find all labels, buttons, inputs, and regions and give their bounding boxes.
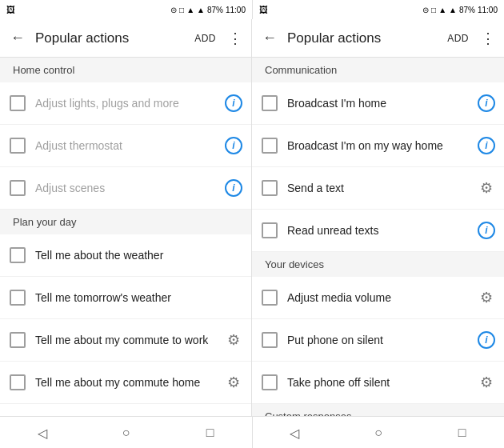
- list-item-adjust-lights[interactable]: Adjust lights, plugs and more i: [0, 82, 251, 125]
- gear-icon-commute-home[interactable]: ⚙: [222, 371, 245, 394]
- list-item-weather[interactable]: Tell me about the weather: [0, 234, 251, 277]
- checkbox-media-volume[interactable]: [262, 290, 278, 306]
- gear-icon-commute-work[interactable]: ⚙: [222, 329, 245, 351]
- info-icon-phone-silent[interactable]: i: [475, 329, 498, 351]
- checkbox-phone-off-silent[interactable]: [262, 374, 278, 390]
- right-bottom-nav: ◁ ○ □: [252, 417, 504, 448]
- checkbox-broadcast-on-way[interactable]: [262, 138, 278, 154]
- right-wifi-icon: ▲: [438, 6, 446, 14]
- item-text-commute-work: Tell me about my commute to work: [35, 333, 222, 347]
- checkbox-broadcast-home[interactable]: [262, 95, 278, 111]
- signal-icon: ▲: [197, 6, 205, 14]
- list-item-commute-home[interactable]: Tell me about my commute home ⚙: [0, 362, 251, 404]
- right-panel: ← Popular actions ADD ⋮ Communication Br…: [252, 19, 504, 416]
- left-status-bar: 🖼 ⊝ □ ▲ ▲ 87% 11:00: [0, 0, 252, 19]
- item-text-tomorrow-weather: Tell me tomorrow's weather: [35, 290, 222, 305]
- section-header-your-devices: Your devices: [252, 252, 504, 277]
- right-add-button[interactable]: ADD: [441, 33, 475, 44]
- left-panel-title: Popular actions: [32, 30, 188, 46]
- item-text-commute-home: Tell me about my commute home: [35, 375, 222, 390]
- checkbox-send-text[interactable]: [262, 180, 278, 196]
- silent-icon: ⊝: [170, 6, 177, 14]
- list-item-broadcast-on-way[interactable]: Broadcast I'm on my way home i: [252, 125, 504, 167]
- info-icon-broadcast-on-way[interactable]: i: [475, 134, 498, 157]
- checkbox-adjust-scenes[interactable]: [10, 180, 26, 196]
- checkbox-weather[interactable]: [10, 247, 26, 263]
- right-more-button[interactable]: ⋮: [475, 26, 501, 51]
- list-item-reminders[interactable]: Tell me today's reminders: [0, 404, 251, 416]
- right-panel-title: Popular actions: [284, 30, 441, 46]
- left-add-button[interactable]: ADD: [188, 33, 222, 44]
- info-icon-scenes[interactable]: i: [222, 177, 245, 199]
- right-time: 11:00: [478, 6, 498, 14]
- list-item-media-volume[interactable]: Adjust media volume ⚙: [252, 277, 504, 319]
- battery-text: 87%: [207, 6, 223, 14]
- section-header-custom-responses: Custom responses: [252, 404, 504, 416]
- checkbox-tomorrow-weather[interactable]: [10, 290, 26, 306]
- checkbox-read-texts[interactable]: [262, 222, 278, 238]
- spacer-weather: [222, 244, 245, 266]
- item-text-adjust-thermostat: Adjust thermostat: [35, 138, 222, 153]
- left-home-nav-button[interactable]: ○: [110, 417, 142, 448]
- item-text-read-texts: Read unread texts: [287, 223, 475, 238]
- checkbox-phone-silent[interactable]: [262, 332, 278, 348]
- list-item-send-text[interactable]: Send a text ⚙: [252, 167, 504, 210]
- list-item-adjust-scenes[interactable]: Adjust scenes i: [0, 167, 251, 210]
- right-status-bar: 🖼 ⊝ □ ▲ ▲ 87% 11:00: [252, 0, 504, 19]
- right-silent-icon: ⊝: [422, 6, 429, 14]
- checkbox-commute-work[interactable]: [10, 332, 26, 348]
- item-text-broadcast-home: Broadcast I'm home: [287, 96, 475, 110]
- right-signal-icon: ▲: [449, 6, 457, 14]
- item-text-weather: Tell me about the weather: [35, 248, 222, 262]
- list-item-adjust-thermostat[interactable]: Adjust thermostat i: [0, 125, 251, 167]
- checkbox-adjust-thermostat[interactable]: [10, 138, 26, 154]
- left-toolbar: ← Popular actions ADD ⋮: [0, 19, 251, 58]
- right-scroll-area: Communication Broadcast I'm home i Broad…: [252, 58, 504, 416]
- section-header-plan-day: Plan your day: [0, 210, 251, 234]
- item-text-phone-silent: Put phone on silent: [287, 333, 475, 347]
- left-recent-nav-button[interactable]: □: [194, 417, 226, 448]
- info-icon-broadcast-home[interactable]: i: [475, 92, 498, 114]
- right-toolbar: ← Popular actions ADD ⋮: [252, 19, 504, 58]
- right-recent-nav-button[interactable]: □: [446, 417, 478, 448]
- list-item-phone-off-silent[interactable]: Take phone off silent ⚙: [252, 362, 504, 404]
- list-item-read-texts[interactable]: Read unread texts i: [252, 210, 504, 252]
- spacer-tomorrow-weather: [222, 286, 245, 309]
- section-header-home-control: Home control: [0, 58, 251, 82]
- bottom-navs: ◁ ○ □ ◁ ○ □: [0, 416, 504, 448]
- left-time: 11:00: [226, 6, 246, 14]
- right-status-icons: ⊝ □ ▲ ▲ 87% 11:00: [422, 6, 498, 14]
- wifi-icon: ▲: [186, 6, 194, 14]
- status-bars: 🖼 ⊝ □ ▲ ▲ 87% 11:00 🖼 ⊝ □ ▲ ▲ 87% 11:00: [0, 0, 504, 19]
- left-notification-icon: 🖼: [6, 5, 15, 14]
- left-panel: ← Popular actions ADD ⋮ Home control Adj…: [0, 19, 252, 416]
- list-item-broadcast-home[interactable]: Broadcast I'm home i: [252, 82, 504, 125]
- left-more-button[interactable]: ⋮: [222, 26, 248, 51]
- info-icon-thermostat[interactable]: i: [222, 134, 245, 157]
- gear-icon-send-text[interactable]: ⚙: [475, 177, 498, 199]
- gear-icon-phone-off-silent[interactable]: ⚙: [475, 371, 498, 394]
- item-text-adjust-scenes: Adjust scenes: [35, 181, 222, 195]
- info-icon-adjust-lights[interactable]: i: [222, 92, 245, 114]
- item-text-phone-off-silent: Take phone off silent: [287, 375, 475, 390]
- section-header-communication: Communication: [252, 58, 504, 82]
- left-back-button[interactable]: ←: [3, 24, 32, 53]
- item-text-broadcast-on-way: Broadcast I'm on my way home: [287, 138, 475, 153]
- left-back-nav-button[interactable]: ◁: [26, 417, 58, 448]
- checkbox-commute-home[interactable]: [10, 374, 26, 390]
- left-scroll-area: Home control Adjust lights, plugs and mo…: [0, 58, 251, 416]
- left-bottom-nav: ◁ ○ □: [0, 417, 252, 448]
- left-status-icons: ⊝ □ ▲ ▲ 87% 11:00: [170, 6, 246, 14]
- right-back-nav-button[interactable]: ◁: [278, 417, 310, 448]
- checkbox-adjust-lights[interactable]: [10, 95, 26, 111]
- info-icon-read-texts[interactable]: i: [475, 219, 498, 242]
- right-notification-icon: 🖼: [259, 5, 268, 14]
- list-item-tomorrow-weather[interactable]: Tell me tomorrow's weather: [0, 277, 251, 319]
- list-item-phone-silent[interactable]: Put phone on silent i: [252, 319, 504, 362]
- right-battery-text: 87%: [459, 6, 475, 14]
- right-back-button[interactable]: ←: [255, 24, 284, 53]
- gear-icon-media-volume[interactable]: ⚙: [475, 286, 498, 309]
- item-text-media-volume: Adjust media volume: [287, 290, 475, 305]
- list-item-commute-work[interactable]: Tell me about my commute to work ⚙: [0, 319, 251, 362]
- right-home-nav-button[interactable]: ○: [362, 417, 394, 448]
